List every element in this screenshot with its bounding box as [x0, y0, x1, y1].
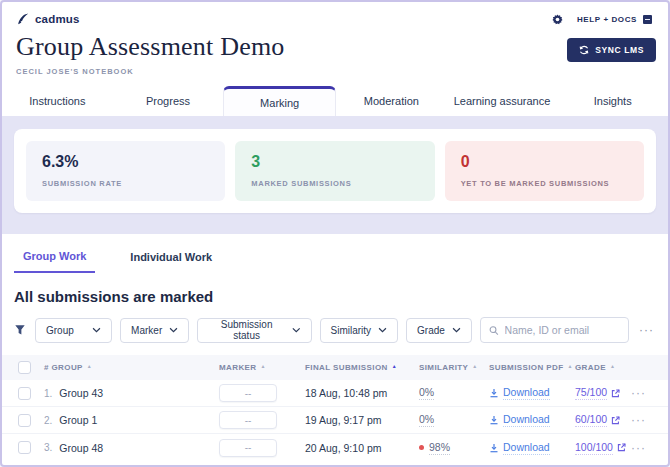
filter-grade-dropdown[interactable]: Grade: [406, 318, 472, 343]
filter-submission-status-dropdown[interactable]: Submission status: [197, 318, 311, 343]
page-title: Group Assessment Demo: [16, 32, 285, 62]
download-icon: [489, 415, 499, 425]
external-link-icon: [611, 416, 620, 425]
stat-label: SUBMISSION RATE: [42, 179, 209, 188]
filter-group-label: Group: [46, 325, 74, 336]
download-pdf-link[interactable]: Download: [489, 413, 550, 427]
select-all-checkbox[interactable]: [18, 361, 31, 374]
table-header-row: # GROUP MARKER FINAL SUBMISSION SIMILARI…: [2, 355, 668, 380]
column-header-final-submission[interactable]: FINAL SUBMISSION: [297, 363, 407, 372]
filter-submission-status-label: Submission status: [208, 319, 285, 341]
stat-label: MARKED SUBMISSIONS: [251, 179, 418, 188]
similarity-alert-dot: [419, 445, 424, 450]
stat-submission-rate: 6.3% SUBMISSION RATE: [26, 141, 225, 201]
filter-similarity-dropdown[interactable]: Similarity: [320, 318, 399, 343]
row-menu-button[interactable]: ···: [631, 413, 646, 427]
external-link-icon: [611, 389, 620, 398]
final-submission-date: 19 Aug, 9:17 pm: [305, 414, 381, 426]
settings-gear-icon[interactable]: [552, 14, 563, 25]
download-pdf-link[interactable]: Download: [489, 386, 550, 400]
group-name: Group 48: [59, 442, 103, 454]
status-heading: All submissions are marked: [2, 273, 668, 305]
stat-value: 3: [251, 153, 418, 171]
row-checkbox[interactable]: [18, 387, 31, 400]
stats-card: 6.3% SUBMISSION RATE 3 MARKED SUBMISSION…: [14, 129, 656, 213]
sort-asc-icon: [472, 363, 477, 372]
table-body: 1.Group 43 -- 18 Aug, 10:48 pm 0% Downlo…: [2, 380, 668, 461]
grade-link[interactable]: 75/100: [575, 386, 620, 400]
stat-unmarked-submissions: 0 YET TO BE MARKED SUBMISSIONS: [445, 141, 644, 201]
filter-grade-label: Grade: [417, 325, 445, 336]
top-right-actions: HELP + DOCS: [552, 14, 652, 25]
title-row: Group Assessment Demo CECIL JOSE'S NOTEB…: [2, 26, 668, 76]
chevron-down-icon: [378, 327, 387, 333]
row-index: 2.: [44, 415, 52, 426]
work-type-tabs: Group Work Individual Work: [2, 234, 668, 273]
stat-value: 6.3%: [42, 153, 209, 171]
grade-link[interactable]: 100/100: [575, 441, 626, 455]
similarity-value: 98%: [429, 441, 450, 455]
chevron-down-icon: [292, 327, 301, 333]
final-submission-date: 18 Aug, 10:48 pm: [305, 387, 387, 399]
chevron-down-icon: [452, 327, 461, 333]
tab-group-work[interactable]: Group Work: [14, 250, 95, 273]
top-bar: cadmus HELP + DOCS: [2, 2, 668, 26]
marker-assign-box[interactable]: --: [219, 411, 277, 429]
column-header-submission-pdf[interactable]: SUBMISSION PDF: [479, 363, 569, 372]
sync-icon: [579, 45, 589, 55]
search-icon: [489, 325, 499, 336]
help-docs-label: HELP + DOCS: [577, 15, 637, 24]
stats-band: 6.3% SUBMISSION RATE 3 MARKED SUBMISSION…: [2, 116, 668, 234]
row-checkbox[interactable]: [18, 414, 31, 427]
marker-assign-box[interactable]: --: [219, 384, 277, 402]
similarity-value: 0%: [419, 413, 434, 427]
final-submission-date: 20 Aug, 9:10 pm: [305, 442, 381, 454]
tab-individual-work[interactable]: Individual Work: [121, 250, 221, 273]
download-pdf-link[interactable]: Download: [489, 441, 550, 455]
row-menu-button[interactable]: ···: [631, 441, 646, 455]
tab-moderation[interactable]: Moderation: [336, 86, 447, 116]
filter-similarity-label: Similarity: [331, 325, 372, 336]
filter-row: Group Marker Submission status Similarit…: [2, 305, 668, 343]
feather-icon: [16, 12, 30, 26]
row-index: 1.: [44, 388, 52, 399]
column-header-similarity[interactable]: SIMILARITY: [407, 363, 479, 372]
filter-marker-label: Marker: [131, 325, 162, 336]
table-row: 1.Group 43 -- 18 Aug, 10:48 pm 0% Downlo…: [2, 380, 668, 407]
chevron-down-icon: [92, 327, 101, 333]
sort-asc-icon: [392, 363, 397, 372]
main-tab-bar: Instructions Progress Marking Moderation…: [2, 86, 668, 116]
sort-asc-icon: [610, 363, 615, 372]
stat-value: 0: [461, 153, 628, 171]
brand-logo: cadmus: [16, 12, 80, 26]
sync-lms-button[interactable]: SYNC LMS: [567, 38, 656, 62]
tab-instructions[interactable]: Instructions: [2, 86, 113, 116]
sort-asc-icon: [261, 363, 266, 372]
tab-learning-assurance[interactable]: Learning assurance: [447, 86, 558, 116]
more-options-button[interactable]: ···: [637, 323, 656, 337]
tab-marking[interactable]: Marking: [223, 86, 336, 116]
similarity-value: 0%: [419, 386, 434, 400]
filter-marker-dropdown[interactable]: Marker: [120, 318, 189, 343]
tab-insights[interactable]: Insights: [557, 86, 668, 116]
sort-asc-icon: [87, 363, 92, 372]
group-name: Group 1: [59, 414, 97, 426]
marker-assign-box[interactable]: --: [219, 439, 277, 457]
help-docs-link[interactable]: HELP + DOCS: [577, 15, 652, 24]
search-input[interactable]: [505, 324, 620, 336]
brand-name: cadmus: [35, 13, 80, 25]
grade-link[interactable]: 60/100: [575, 413, 620, 427]
column-header-group[interactable]: # GROUP: [44, 363, 209, 372]
submissions-table: # GROUP MARKER FINAL SUBMISSION SIMILARI…: [2, 355, 668, 461]
external-link-icon: [617, 443, 626, 452]
column-header-marker[interactable]: MARKER: [209, 363, 297, 372]
table-row: 2.Group 1 -- 19 Aug, 9:17 pm 0% Download…: [2, 407, 668, 434]
chevron-down-icon: [169, 327, 178, 333]
filter-group-dropdown[interactable]: Group: [35, 318, 112, 343]
filter-funnel-icon[interactable]: [14, 324, 26, 336]
search-box: [480, 317, 629, 343]
tab-progress[interactable]: Progress: [113, 86, 224, 116]
column-header-grade[interactable]: GRADE: [569, 363, 631, 372]
row-checkbox[interactable]: [18, 441, 31, 454]
row-menu-button[interactable]: ···: [631, 386, 646, 400]
